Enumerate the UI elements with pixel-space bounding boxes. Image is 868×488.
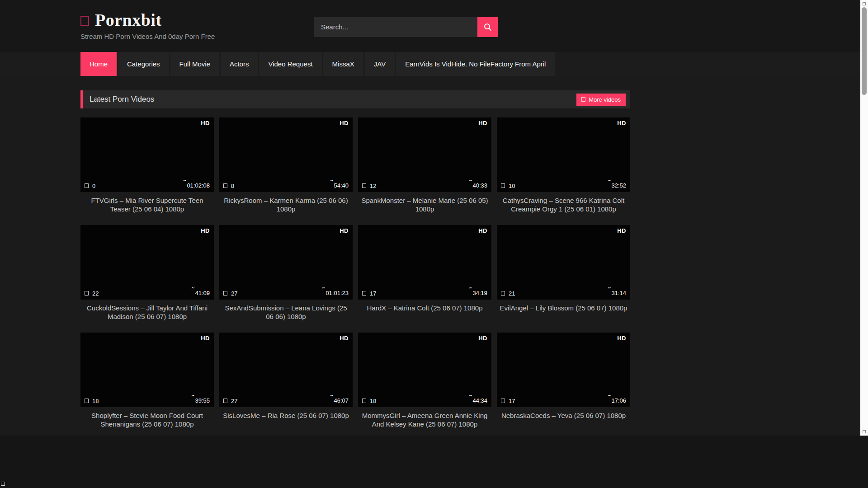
- video-card[interactable]: HD 21 ˜ 31:14 EvilAngel – Lily Blossom (…: [497, 225, 630, 321]
- video-title[interactable]: NebraskaCoeds – Yeva (25 06 07) 1080p: [497, 411, 630, 420]
- page: Pornxbit Stream HD Porn Videos And 0day …: [0, 0, 868, 488]
- nav-item-full-movie[interactable]: Full Movie: [170, 52, 219, 76]
- logo-icon: [80, 16, 89, 26]
- view-count: 17: [501, 398, 515, 404]
- view-count-value: 18: [92, 398, 99, 404]
- video-thumbnail[interactable]: HD 8 ˜ 54:40: [219, 117, 353, 192]
- nav-item-jav[interactable]: JAV: [365, 52, 395, 76]
- scrollbar[interactable]: [860, 0, 868, 436]
- video-title[interactable]: RickysRoom – Karmen Karma (25 06 06) 108…: [219, 196, 353, 213]
- video-thumbnail[interactable]: HD 22 ˜ 41:09: [80, 225, 214, 300]
- video-grid: HD 0 ˜ 01:02:08 FTVGirls – Mia River Sup…: [80, 117, 630, 428]
- film-icon: [581, 97, 585, 102]
- brand[interactable]: Pornxbit: [80, 10, 162, 30]
- video-title[interactable]: MommysGirl – Ameena Green Annie King And…: [358, 411, 491, 428]
- video-title[interactable]: CathysCraving – Scene 966 Katrina Colt C…: [497, 196, 630, 213]
- video-thumbnail[interactable]: HD 21 ˜ 31:14: [497, 225, 630, 300]
- video-card[interactable]: HD 0 ˜ 01:02:08 FTVGirls – Mia River Sup…: [80, 117, 214, 213]
- video-meta: 17 ˜ 34:19: [358, 287, 491, 300]
- page-corner-icon: [1, 482, 5, 486]
- video-title[interactable]: Shoplyfter – Stevie Moon Food Court Shen…: [80, 411, 214, 428]
- nav-item-home[interactable]: Home: [80, 52, 117, 76]
- duration-value: 32:52: [611, 182, 626, 189]
- video-thumbnail[interactable]: HD 27 ˜ 46:07: [219, 333, 353, 407]
- scroll-down-icon[interactable]: [863, 430, 866, 433]
- scroll-up-icon[interactable]: [863, 2, 866, 5]
- view-count-value: 17: [370, 290, 376, 297]
- hd-badge: HD: [478, 335, 487, 342]
- duration: ˜ 44:34: [469, 397, 487, 405]
- views-icon: [85, 399, 89, 403]
- duration-value: 41:09: [195, 290, 210, 296]
- view-count-value: 17: [509, 398, 515, 404]
- video-card[interactable]: HD 27 ˜ 46:07 SisLovesMe – Ria Rose (25 …: [219, 333, 353, 428]
- clock-icon: ˜: [469, 179, 472, 187]
- nav-item-categories[interactable]: Categories: [118, 52, 169, 76]
- video-card[interactable]: HD 22 ˜ 41:09 CuckoldSessions – Jill Tay…: [80, 225, 214, 321]
- video-title[interactable]: SpankMonster – Melanie Marie (25 06 05) …: [358, 196, 491, 213]
- duration: ˜ 31:14: [608, 290, 626, 298]
- video-thumbnail[interactable]: HD 12 ˜ 40:33: [358, 117, 491, 192]
- video-meta: 27 ˜ 01:01:23: [219, 287, 353, 300]
- more-videos-label: More videos: [589, 96, 621, 103]
- nav-item-actors[interactable]: Actors: [221, 52, 258, 76]
- video-thumbnail[interactable]: HD 27 ˜ 01:01:23: [219, 225, 353, 300]
- video-title[interactable]: SexAndSubmission – Leana Lovings (25 06 …: [219, 304, 353, 321]
- view-count-value: 18: [370, 398, 376, 404]
- video-card[interactable]: HD 18 ˜ 44:34 MommysGirl – Ameena Green …: [358, 333, 491, 428]
- site-logo[interactable]: Pornxbit: [95, 10, 162, 30]
- video-meta: 10 ˜ 32:52: [497, 180, 630, 192]
- view-count: 17: [362, 290, 376, 297]
- video-meta: 21 ˜ 31:14: [497, 287, 630, 300]
- nav-item-video-request[interactable]: Video Request: [259, 52, 321, 76]
- duration-value: 46:07: [334, 397, 349, 404]
- view-count: 21: [501, 290, 515, 297]
- duration-value: 54:40: [334, 182, 349, 189]
- video-title[interactable]: EvilAngel – Lily Blossom (25 06 07) 1080…: [497, 304, 630, 312]
- video-thumbnail[interactable]: HD 18 ˜ 44:34: [358, 333, 491, 407]
- duration: ˜ 17:06: [608, 397, 626, 405]
- clock-icon: ˜: [330, 394, 333, 402]
- view-count-value: 8: [231, 183, 234, 189]
- video-card[interactable]: HD 18 ˜ 39:55 Shoplyfter – Stevie Moon F…: [80, 333, 214, 428]
- view-count-value: 27: [231, 290, 237, 297]
- duration-value: 31:14: [611, 290, 626, 296]
- video-meta: 8 ˜ 54:40: [219, 180, 353, 192]
- video-thumbnail[interactable]: HD 17 ˜ 17:06: [497, 333, 630, 407]
- search-input[interactable]: [314, 17, 477, 37]
- video-card[interactable]: HD 12 ˜ 40:33 SpankMonster – Melanie Mar…: [358, 117, 491, 213]
- video-card[interactable]: HD 27 ˜ 01:01:23 SexAndSubmission – Lean…: [219, 225, 353, 321]
- video-thumbnail[interactable]: HD 10 ˜ 32:52: [497, 117, 630, 192]
- view-count-value: 10: [509, 183, 515, 189]
- video-card[interactable]: HD 8 ˜ 54:40 RickysRoom – Karmen Karma (…: [219, 117, 353, 213]
- video-title[interactable]: SisLovesMe – Ria Rose (25 06 07) 1080p: [219, 411, 353, 420]
- duration: ˜ 41:09: [192, 290, 210, 298]
- view-count-value: 12: [370, 183, 376, 189]
- search-form: [314, 17, 498, 37]
- video-card[interactable]: HD 10 ˜ 32:52 CathysCraving – Scene 966 …: [497, 117, 630, 213]
- hd-badge: HD: [201, 120, 210, 127]
- scrollbar-thumb[interactable]: [862, 7, 867, 95]
- hd-badge: HD: [340, 335, 349, 342]
- search-icon: [483, 23, 492, 32]
- video-meta: 0 ˜ 01:02:08: [80, 180, 214, 192]
- video-thumbnail[interactable]: HD 17 ˜ 34:19: [358, 225, 491, 300]
- search-button[interactable]: [477, 17, 498, 37]
- video-title[interactable]: HardX – Katrina Colt (25 06 07) 1080p: [358, 304, 491, 312]
- more-videos-button[interactable]: More videos: [576, 94, 626, 106]
- duration-value: 01:02:08: [187, 182, 210, 189]
- nav-item-missax[interactable]: MissaX: [323, 52, 363, 76]
- view-count: 27: [223, 290, 237, 297]
- nav-item-earnvids-is-vidhide-no-filefactory-from-april[interactable]: EarnVids Is VidHide. No FileFactory From…: [396, 52, 555, 76]
- video-thumbnail[interactable]: HD 0 ˜ 01:02:08: [80, 117, 214, 192]
- video-card[interactable]: HD 17 ˜ 17:06 NebraskaCoeds – Yeva (25 0…: [497, 333, 630, 428]
- video-meta: 22 ˜ 41:09: [80, 287, 214, 300]
- video-title[interactable]: FTVGirls – Mia River Supercute Teen Teas…: [80, 196, 214, 213]
- view-count: 12: [362, 183, 376, 189]
- video-title[interactable]: CuckoldSessions – Jill Taylor And Tiffan…: [80, 304, 214, 321]
- duration: ˜ 54:40: [330, 182, 349, 190]
- video-thumbnail[interactable]: HD 18 ˜ 39:55: [80, 333, 214, 407]
- video-card[interactable]: HD 17 ˜ 34:19 HardX – Katrina Colt (25 0…: [358, 225, 491, 321]
- duration-value: 01:01:23: [326, 290, 349, 296]
- video-meta: 17 ˜ 17:06: [497, 395, 630, 407]
